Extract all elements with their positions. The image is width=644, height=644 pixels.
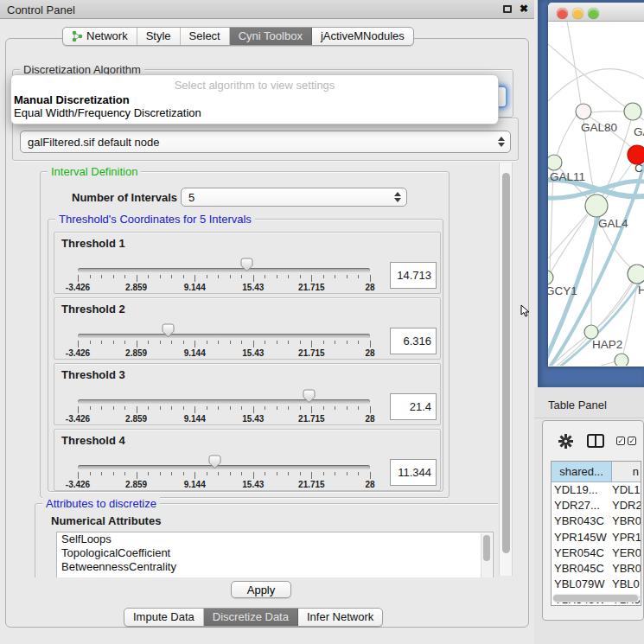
- threshold-slider[interactable]: [78, 465, 370, 469]
- scale-tick-label: 28: [365, 348, 374, 358]
- slider-ticks: [78, 275, 370, 283]
- split-view-icon[interactable]: [587, 434, 604, 448]
- scale-tick-label: 2.859: [125, 283, 147, 292]
- table-row[interactable]: YBR043CYBR0: [552, 513, 641, 529]
- popup-item[interactable]: Equal Width/Frequency Discretization: [11, 106, 498, 119]
- slider-handle[interactable]: [303, 389, 316, 404]
- scale-tick-label: 15.43: [242, 480, 264, 489]
- table-data-combobox[interactable]: galFiltered.sif default node: [20, 131, 511, 153]
- popup-item[interactable]: Manual Discretization: [11, 93, 498, 106]
- num-intervals-combobox[interactable]: 5: [181, 188, 407, 207]
- settings-scrollbar[interactable]: [499, 163, 513, 576]
- threshold-value-field[interactable]: 6.316: [390, 328, 437, 354]
- tab-style[interactable]: Style: [137, 28, 181, 45]
- network-node[interactable]: [615, 354, 628, 366]
- scale-tick-label: -3.426: [66, 348, 90, 358]
- tab-jactivemnodules[interactable]: jActiveMNodules: [312, 28, 413, 45]
- attributes-group-label: Attributes to discretize: [42, 497, 160, 510]
- thresholds-groupbox: Threshold's Coordinates for 5 Intervals …: [48, 219, 443, 492]
- table-row[interactable]: YBL079WYBL0: [552, 577, 641, 592]
- scale-tick-label: 28: [365, 414, 374, 424]
- network-edge: [557, 115, 577, 156]
- cell-shared-name: YPR145W: [552, 530, 612, 545]
- table-row[interactable]: YBR045CYBR0: [552, 561, 641, 577]
- threshold-value-field[interactable]: 11.344: [390, 459, 437, 486]
- cell-shared-name: YBL079W: [552, 577, 612, 592]
- window-title: Control Panel: [7, 3, 75, 16]
- network-node-label: HA: [638, 284, 644, 296]
- network-edge: [548, 214, 587, 258]
- slider-scale: -3.4262.8599.14415.4321.71528: [78, 348, 370, 359]
- tab-network[interactable]: Network: [63, 28, 137, 45]
- attributes-list-scrollbar[interactable]: [481, 533, 492, 577]
- attribute-list-item[interactable]: SelfLoops: [57, 532, 493, 546]
- table-row[interactable]: YPR145WYPR1: [552, 530, 641, 545]
- tab-cyni-toolbox[interactable]: Cyni Toolbox: [230, 28, 312, 45]
- gear-icon[interactable]: [558, 434, 573, 449]
- network-node[interactable]: [584, 325, 598, 339]
- network-node[interactable]: [585, 194, 608, 217]
- checkbox-icon[interactable]: ✓: [616, 437, 625, 445]
- table-row[interactable]: YDR27...YDR2: [552, 498, 641, 513]
- scale-tick-label: 2.859: [125, 480, 147, 489]
- scale-tick-label: 21.715: [298, 414, 325, 424]
- tab-label: Select: [189, 29, 220, 42]
- network-node-label: HAP2: [592, 338, 622, 351]
- attribute-list-item[interactable]: TopologicalCoefficient: [57, 546, 493, 560]
- scale-tick-label: 28: [365, 480, 374, 489]
- cell-name: YDL1: [612, 482, 641, 498]
- settings-scroll-viewport: Interval Definition Number of Intervals …: [9, 161, 498, 577]
- table-horizontal-scrollbar[interactable]: [552, 594, 640, 603]
- network-node-label: GA: [634, 125, 644, 138]
- threshold-value-field[interactable]: 14.713: [390, 262, 437, 289]
- slider-handle[interactable]: [240, 258, 253, 272]
- scale-tick-label: 9.144: [184, 414, 206, 424]
- threshold-slider[interactable]: [78, 399, 370, 404]
- network-node[interactable]: [576, 104, 591, 119]
- network-node[interactable]: [624, 103, 641, 120]
- bottom-tab-label: Infer Network: [307, 610, 373, 623]
- checkbox-icon[interactable]: ✓: [628, 437, 636, 445]
- threshold-value-field[interactable]: 21.4: [390, 393, 437, 420]
- popup-header: Select algorithm to view settings: [11, 78, 498, 93]
- network-node[interactable]: [548, 271, 553, 284]
- bottom-tab-infer-network[interactable]: Infer Network: [298, 609, 382, 626]
- column-header-shared-name[interactable]: shared...: [552, 462, 612, 481]
- threshold-slider[interactable]: [78, 268, 370, 272]
- network-node[interactable]: [628, 265, 644, 284]
- slider-handle[interactable]: [208, 455, 221, 469]
- num-intervals-value: 5: [188, 191, 194, 204]
- bottom-tab-label: Discretize Data: [213, 610, 289, 623]
- bottom-tab-discretize-data[interactable]: Discretize Data: [204, 609, 298, 626]
- network-node-label: GAL4: [598, 217, 628, 230]
- network-node-label: GAL80: [581, 121, 617, 134]
- numerical-attributes-list[interactable]: SelfLoopsTopologicalCoefficientBetweenne…: [56, 532, 494, 577]
- float-window-icon[interactable]: [503, 5, 512, 13]
- node-attribute-table[interactable]: shared... n YDL19...YDL1YDR27...YDR2YBR0…: [551, 461, 641, 606]
- slider-scale: -3.4262.8599.14415.4321.71528: [78, 414, 370, 424]
- scale-tick-label: 21.715: [298, 283, 325, 292]
- cell-shared-name: YBR045C: [552, 561, 612, 577]
- threshold-slider[interactable]: [78, 334, 370, 338]
- apply-button[interactable]: Apply: [231, 581, 291, 598]
- attributes-groupbox: Attributes to discretize Numerical Attri…: [35, 503, 498, 577]
- table-row[interactable]: YER054CYER0: [552, 545, 641, 561]
- close-window-icon[interactable]: ✖: [520, 3, 528, 15]
- network-canvas[interactable]: GAL80GACGAL11GAL4GCY1HAHAP2: [548, 22, 644, 366]
- attribute-list-item[interactable]: BetweennessCentrality: [57, 560, 493, 574]
- network-node[interactable]: [548, 155, 562, 170]
- minimize-traffic-light-icon[interactable]: [572, 8, 583, 19]
- slider-handle[interactable]: [162, 323, 175, 338]
- settings-scrollbar-thumb[interactable]: [502, 173, 510, 553]
- tab-select[interactable]: Select: [181, 28, 230, 45]
- mouse-cursor: [520, 304, 531, 318]
- column-header-name[interactable]: n: [612, 462, 641, 481]
- network-edge: [623, 284, 637, 354]
- table-row[interactable]: YDL19...YDL1: [552, 482, 641, 498]
- thresholds-group-label: Threshold's Coordinates for 5 Intervals: [55, 213, 255, 226]
- tab-label: Network: [86, 29, 128, 42]
- bottom-tab-impute-data[interactable]: Impute Data: [124, 609, 204, 626]
- close-traffic-light-icon[interactable]: [557, 8, 568, 19]
- zoom-traffic-light-icon[interactable]: [588, 8, 599, 19]
- threshold-row: Threshold 1-3.4262.8599.14415.4321.71528…: [54, 232, 441, 294]
